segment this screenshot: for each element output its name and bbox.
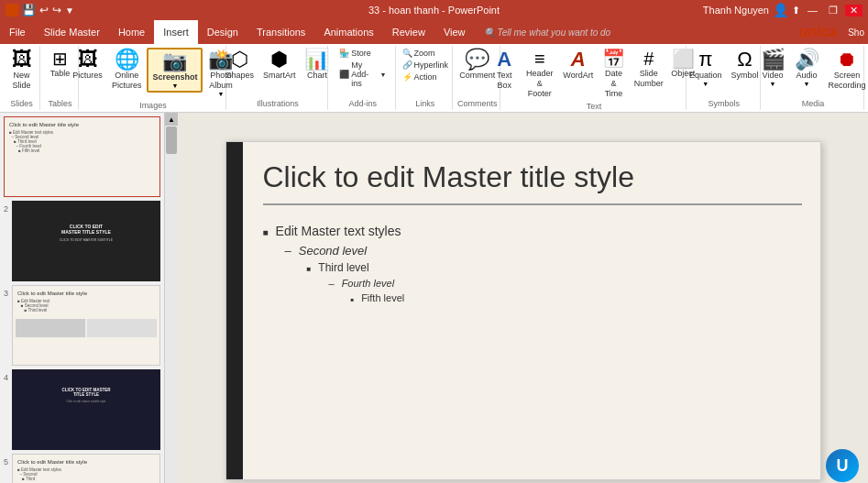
addins-icon: ⬛: [339, 70, 349, 79]
shapes-icon: ⬡: [231, 49, 248, 70]
audio-icon: 🔊: [795, 49, 819, 70]
new-slide-button[interactable]: 🖼 NewSlide: [7, 48, 37, 93]
save-quick-btn[interactable]: 💾: [22, 4, 36, 16]
scroll-track[interactable]: [165, 126, 178, 483]
screenshot-button[interactable]: 📷 Screenshot ▼: [147, 48, 203, 93]
thumb3-body: ■ Edit Master text ■ Second level ■ Thir…: [16, 298, 157, 313]
minimize-button[interactable]: —: [804, 5, 821, 16]
media-label: Media: [802, 97, 825, 108]
tab-home[interactable]: Home: [109, 20, 154, 44]
slide-panel-scrollbar[interactable]: ▲ ▼: [165, 113, 178, 483]
slide-1-thumb[interactable]: Click to edit Master title style ■ Edit …: [4, 116, 160, 197]
thumb5-title: Click to edit Master title style: [16, 457, 157, 467]
table-icon: ⊞: [52, 49, 68, 68]
header-footer-icon: ≡: [534, 49, 545, 68]
equation-dropdown[interactable]: ▼: [702, 81, 709, 87]
date-time-button[interactable]: 📅 Date &Time: [598, 48, 629, 100]
zoom-icon: 🔍: [402, 49, 412, 58]
screenshot-dropdown[interactable]: ▼: [171, 82, 178, 89]
online-pictures-icon: 🌐: [115, 49, 139, 70]
zoom-button[interactable]: 🔍 Zoom: [399, 48, 453, 59]
tab-transitions[interactable]: Transitions: [247, 20, 314, 44]
title-bar: 💾 ↩ ↪ ▼ 33 - hoan thanh - PowerPoint Tha…: [0, 0, 868, 20]
screen-recording-button[interactable]: ⏺ ScreenRecording: [825, 48, 868, 93]
comment-icon: 💬: [465, 49, 489, 70]
thumb1-title: Click to edit Master title style: [7, 120, 157, 129]
video-dropdown[interactable]: ▼: [770, 81, 776, 87]
bullet-5: Fifth level: [351, 292, 802, 303]
ribbon-body: 🖼 NewSlide Slides ⊞ Table Tables 🖼 Pictu: [0, 44, 868, 112]
my-addins-button[interactable]: ⬛ My Add-ins ▼: [335, 60, 390, 89]
tab-animations[interactable]: Animations: [314, 20, 382, 44]
scroll-thumb[interactable]: [166, 126, 177, 154]
pictures-button[interactable]: 🖼 Pictures: [69, 48, 106, 82]
group-slides: 🖼 NewSlide Slides: [4, 46, 40, 110]
ribbon: File Slide Master Home Insert Design Tra…: [0, 20, 868, 113]
share-btn[interactable]: Sho: [844, 20, 868, 44]
shapes-button[interactable]: ⬡ Shapes: [222, 48, 258, 82]
slide-body-area[interactable]: Edit Master text styles Second level Thi…: [263, 224, 802, 307]
action-button[interactable]: ⚡ Action: [399, 71, 453, 82]
slides-buttons: 🖼 NewSlide: [7, 48, 37, 97]
text-box-button[interactable]: A TextBox: [489, 48, 519, 93]
wordart-icon: A: [571, 49, 586, 70]
slide-3-thumb[interactable]: Click to edit Master title style ■ Edit …: [12, 285, 160, 366]
restore-button[interactable]: ❐: [825, 5, 841, 16]
slide-title-area[interactable]: Click to edit Master title style: [263, 160, 802, 205]
header-footer-button[interactable]: ≡ Header& Footer: [521, 48, 558, 100]
user-name: Thanh Nguyen: [703, 5, 769, 16]
slide-3-number: 3: [4, 289, 8, 298]
online-pictures-button[interactable]: 🌐 OnlinePictures: [108, 48, 146, 93]
close-button[interactable]: ✕: [845, 5, 863, 16]
addins-buttons: 🏪 Store ⬛ My Add-ins ▼: [335, 48, 390, 89]
screen-recording-icon: ⏺: [837, 49, 857, 70]
slide-2-thumb[interactable]: CLICK TO EDITMASTER TITLE STYLE CLICK TO…: [12, 201, 160, 281]
thumb2-subtitle: CLICK TO EDIT MASTER SUBTITLE: [16, 238, 156, 242]
unica-branding: unica: [791, 20, 844, 44]
chart-button[interactable]: 📊 Chart: [301, 48, 333, 82]
tab-view[interactable]: View: [434, 20, 475, 44]
slide-canvas[interactable]: Click to edit Master title style Edit Ma…: [225, 141, 821, 480]
slide-black-bar: [226, 142, 243, 479]
equation-button[interactable]: π Equation ▼: [686, 48, 726, 89]
action-icon: ⚡: [402, 72, 412, 82]
thumb5-body: ■ Edit Master text styles – Second ■ Thi…: [16, 467, 157, 482]
bullet-3: Third level: [307, 261, 802, 274]
thumb2-title: CLICK TO EDITMASTER TITLE STYLE: [16, 224, 156, 235]
text-label: Text: [587, 100, 602, 111]
ribbon-tabs: File Slide Master Home Insert Design Tra…: [0, 20, 868, 44]
account-icon: 👤: [773, 3, 788, 17]
slide-number-button[interactable]: # SlideNumber: [632, 48, 666, 91]
tab-file[interactable]: File: [0, 20, 35, 44]
scroll-up-button[interactable]: ▲: [165, 113, 178, 126]
smartart-icon: ⬢: [270, 49, 288, 70]
slide-title-text: Click to edit Master title style: [263, 160, 802, 194]
title-bar-right: Thanh Nguyen 👤 ⬆ — ❐ ✕: [703, 3, 863, 17]
tab-tell-me[interactable]: 🔍Tell me what you want to do: [475, 20, 621, 44]
customize-quick-btn[interactable]: ▼: [65, 5, 74, 16]
title-bar-left: 💾 ↩ ↪ ▼: [5, 4, 74, 16]
bullet-1: Edit Master text styles: [263, 224, 802, 238]
tab-design[interactable]: Design: [198, 20, 247, 44]
hyperlink-button[interactable]: 🔗 Hyperlink: [399, 60, 453, 71]
thumb4-title: CLICK TO EDIT MASTERTITLE STYLE: [16, 388, 156, 397]
share-icon: ⬆: [792, 5, 800, 16]
slide-5-thumb[interactable]: Click to edit Master title style ■ Edit …: [12, 454, 160, 483]
slide-5-number: 5: [4, 457, 8, 467]
tab-insert[interactable]: Insert: [154, 20, 198, 44]
tab-review[interactable]: Review: [383, 20, 434, 44]
wordart-button[interactable]: A WordArt: [560, 48, 596, 82]
redo-quick-btn[interactable]: ↪: [52, 4, 61, 16]
canvas-area: Click to edit Master title style Edit Ma…: [178, 113, 868, 483]
store-button[interactable]: 🏪 Store: [335, 48, 390, 59]
slides-label: Slides: [10, 97, 33, 108]
video-button[interactable]: 🎬 Video ▼: [757, 48, 789, 89]
tab-slide-master[interactable]: Slide Master: [35, 20, 109, 44]
group-text: A TextBox ≡ Header& Footer A WordArt 📅 D…: [502, 46, 686, 110]
undo-quick-btn[interactable]: ↩: [39, 4, 49, 16]
audio-dropdown[interactable]: ▼: [804, 81, 810, 87]
audio-button[interactable]: 🔊 Audio ▼: [791, 48, 823, 89]
slide-4-thumb[interactable]: CLICK TO EDIT MASTERTITLE STYLE Click to…: [12, 369, 160, 450]
smartart-button[interactable]: ⬢ SmartArt: [259, 48, 300, 82]
addins-dropdown[interactable]: ▼: [380, 71, 387, 78]
